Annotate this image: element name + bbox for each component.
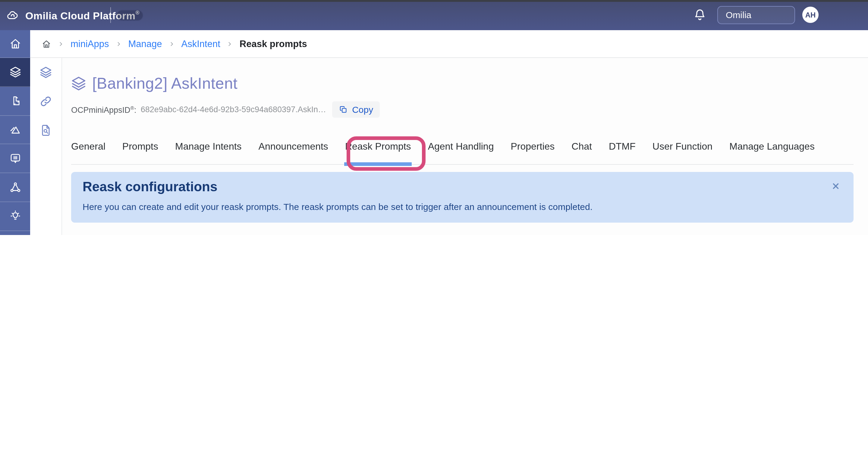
- redacted-header-item: [117, 10, 143, 21]
- active-tab-underline: [344, 162, 412, 166]
- reask-info-box: Reask configurations Here you can create…: [71, 172, 854, 223]
- link-icon: [39, 95, 53, 108]
- sidebar-item-home[interactable]: [0, 30, 30, 58]
- secondary-sidebar: [30, 58, 62, 235]
- sidebar-item-insights[interactable]: [0, 202, 30, 231]
- sidebar-item-cloud-services[interactable]: [0, 231, 30, 235]
- home-icon: [9, 37, 22, 50]
- tab-manage-languages[interactable]: Manage Languages: [730, 141, 815, 164]
- breadcrumb-miniapps[interactable]: miniApps: [70, 38, 109, 49]
- header-divider: [110, 7, 111, 23]
- breadcrumb-manage[interactable]: Manage: [128, 38, 162, 49]
- tab-manage-intents[interactable]: Manage Intents: [175, 141, 242, 164]
- tab-dtmf[interactable]: DTMF: [609, 141, 636, 164]
- id-label: OCPminiAppsID®:: [71, 105, 136, 114]
- chevron-right-icon: [116, 41, 122, 47]
- app-header: Omilia Cloud Platform® Omilia AH: [0, 0, 868, 30]
- miniapp-tabs: General Prompts Manage Intents Announcem…: [71, 141, 854, 165]
- window-top-strip: [0, 0, 868, 2]
- sidebar-item-integrations[interactable]: [0, 173, 30, 202]
- tab-prompts[interactable]: Prompts: [122, 141, 158, 164]
- org-selector[interactable]: Omilia: [717, 6, 795, 24]
- layers-icon: [9, 66, 22, 79]
- info-box-title: Reask configurations: [83, 179, 217, 195]
- tab-properties[interactable]: Properties: [510, 141, 555, 164]
- chat-feedback-icon: [9, 152, 22, 165]
- lightbulb-icon: [9, 210, 22, 223]
- copy-icon: [339, 105, 348, 114]
- tab-user-function[interactable]: User Function: [652, 141, 712, 164]
- tab-agent-handling[interactable]: Agent Handling: [428, 141, 494, 164]
- breadcrumb: miniApps Manage AskIntent Reask prompts: [30, 30, 868, 58]
- chevron-right-icon: [227, 41, 233, 47]
- tab-announcements[interactable]: Announcements: [258, 141, 328, 164]
- sidebar-item-conversations[interactable]: [0, 145, 30, 173]
- id-value: 682e9abc-62d4-4e6d-92b3-59c94a680397.Ask…: [141, 105, 327, 114]
- copy-id-button[interactable]: Copy: [332, 101, 380, 118]
- miniapp-id-row: OCPminiAppsID®: 682e9abc-62d4-4e6d-92b3-…: [71, 101, 380, 118]
- page-title-row: [Banking2] AskIntent: [70, 74, 238, 93]
- page-title: [Banking2] AskIntent: [92, 74, 238, 93]
- close-icon[interactable]: [831, 182, 840, 190]
- miniapp-layers-icon: [70, 76, 87, 92]
- cloud-logo-icon: [5, 9, 20, 22]
- tab-general[interactable]: General: [71, 141, 105, 164]
- user-avatar[interactable]: AH: [802, 7, 818, 23]
- notifications-bell-icon[interactable]: [692, 8, 707, 22]
- subnav-item-logs[interactable]: [30, 116, 61, 145]
- network-nodes-icon: [9, 181, 22, 194]
- sidebar-item-analytics[interactable]: [0, 116, 30, 145]
- sidebar-item-builder[interactable]: [0, 87, 30, 116]
- sidebar-item-miniapps[interactable]: [0, 58, 30, 87]
- breadcrumb-current: Reask prompts: [240, 38, 307, 49]
- block-icon: [9, 94, 22, 107]
- tab-reask-prompts[interactable]: Reask Prompts: [345, 141, 411, 164]
- layers-icon: [39, 66, 53, 79]
- omilia-cloud-platform-window: Omilia Cloud Platform® Omilia AH miniA: [0, 0, 868, 235]
- info-box-body: Here you can create and edit your reask …: [83, 202, 592, 212]
- tab-chat[interactable]: Chat: [571, 141, 592, 164]
- subnav-item-links[interactable]: [30, 87, 61, 116]
- triangle-ruler-icon: [9, 123, 22, 136]
- primary-sidebar: [0, 30, 30, 235]
- subnav-item-miniapps[interactable]: [30, 58, 61, 87]
- file-search-icon: [39, 124, 53, 137]
- chevron-right-icon: [58, 41, 64, 47]
- breadcrumb-home-icon[interactable]: [41, 39, 51, 49]
- breadcrumb-askintent[interactable]: AskIntent: [181, 38, 220, 49]
- chevron-right-icon: [169, 41, 175, 47]
